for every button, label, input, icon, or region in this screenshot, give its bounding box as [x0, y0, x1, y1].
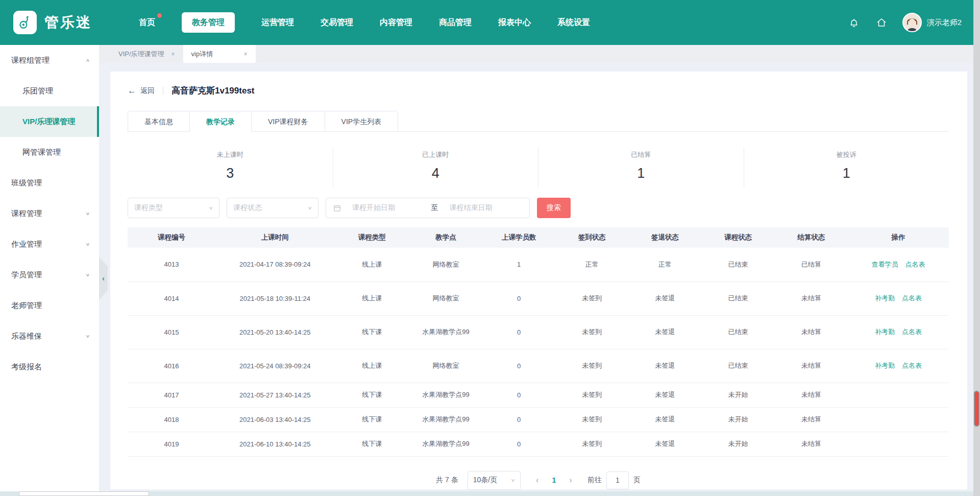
sidebar-item[interactable]: 考级报名 [0, 351, 99, 382]
user-menu[interactable]: 演示老师2 [902, 13, 962, 32]
course-type-placeholder: 课程类型 [134, 203, 163, 212]
table-cell: 线上课 [334, 248, 409, 281]
column-header: 教学点 [409, 227, 482, 248]
nav-item[interactable]: 系统设置 [557, 12, 590, 33]
sidebar-item[interactable]: 网管课管理 [0, 137, 99, 168]
stat-block: 被投诉1 [744, 147, 949, 187]
page-jump-input[interactable] [606, 471, 629, 489]
vertical-scrollbar-thumb[interactable] [974, 391, 979, 427]
stat-value: 4 [333, 166, 538, 181]
row-action-link[interactable]: 补考勤 [875, 362, 895, 369]
detail-tab[interactable]: 基本信息 [128, 111, 189, 132]
stat-value: 3 [128, 166, 333, 181]
table-cell: 水果湖教学点99 [409, 315, 482, 349]
course-type-select[interactable]: 课程类型 ∨ [128, 198, 219, 218]
page-size-select[interactable]: 10条/页 ∨ [468, 471, 521, 490]
sidebar-item[interactable]: 课程管理∨ [0, 198, 99, 229]
sidebar-item-label: 网管课管理 [22, 148, 61, 157]
sidebar-item[interactable]: VIP/乐理课管理 [0, 106, 99, 137]
table-row: 40142021-05-18 10:39-11:24线上课网络教室0未签到未签退… [128, 281, 949, 315]
stat-label: 已结算 [538, 150, 744, 159]
sidebar-item-label: 乐团管理 [22, 86, 53, 96]
table-cell: 未开始 [702, 407, 775, 432]
table-cell: 2021-06-03 13:40-14:25 [215, 407, 334, 432]
stat-value: 1 [744, 166, 949, 181]
calendar-icon [333, 204, 341, 212]
open-tab[interactable]: vip详情× [183, 45, 256, 63]
table-cell: 未结算 [775, 383, 848, 407]
jumper-suffix: 页 [633, 476, 641, 485]
prev-page-button[interactable]: ‹ [536, 475, 539, 485]
home-icon[interactable] [875, 16, 888, 29]
sidebar-item[interactable]: 乐团管理 [0, 76, 99, 106]
sidebar: 课程组管理∧乐团管理VIP/乐理课管理网管课管理班级管理课程管理∨作业管理∨学员… [0, 45, 99, 491]
nav-item[interactable]: 教务管理 [182, 12, 235, 33]
bell-icon[interactable] [847, 16, 861, 29]
row-actions-cell: 补考勤点名表 [848, 315, 949, 349]
brand-logo[interactable] [13, 11, 37, 34]
nav-item[interactable]: 商品管理 [439, 12, 472, 33]
detail-tab[interactable]: VIP课程财务 [251, 111, 325, 132]
sidebar-item[interactable]: 班级管理 [0, 168, 99, 198]
sidebar-item[interactable]: 乐器维保∨ [0, 321, 99, 351]
table-cell: 未签退 [628, 315, 701, 349]
sidebar-item[interactable]: 学员管理∨ [0, 259, 99, 290]
course-status-select[interactable]: 课程状态 ∨ [227, 198, 318, 218]
current-page[interactable]: 1 [552, 476, 556, 484]
row-actions-cell: 补考勤点名表 [848, 281, 949, 315]
search-button[interactable]: 搜索 [537, 198, 571, 218]
table-row: 40172021-05-27 13:40-14:25线下课水果湖教学点990未签… [128, 383, 949, 407]
vertical-scrollbar[interactable] [973, 0, 980, 496]
column-header: 上课学员数 [482, 227, 555, 248]
row-action-link[interactable]: 补考勤 [875, 294, 895, 302]
open-tab[interactable]: VIP/乐理课管理× [110, 45, 183, 63]
sidebar-item[interactable]: 老师管理 [0, 290, 99, 321]
back-button[interactable]: ← 返回 [128, 86, 155, 96]
row-action-link[interactable]: 查看学员 [872, 261, 898, 268]
open-tabs-strip: VIP/乐理课管理×vip详情× [99, 45, 973, 63]
table-cell: 未结算 [775, 315, 848, 349]
table-cell: 2021-05-27 13:40-14:25 [215, 383, 334, 407]
total-count: 共 7 条 [436, 476, 458, 485]
chevron-left-icon: ‹ [102, 274, 105, 282]
close-icon[interactable]: × [172, 51, 175, 58]
table-cell: 1 [482, 248, 555, 281]
row-action-link[interactable]: 补考勤 [875, 328, 895, 336]
close-icon[interactable]: × [244, 51, 248, 58]
table-cell: 未签到 [555, 349, 628, 383]
column-header: 操作 [848, 227, 949, 248]
sidebar-item[interactable]: 课程组管理∧ [0, 45, 99, 76]
row-actions-cell [848, 407, 949, 432]
table-cell: 线下课 [334, 315, 409, 349]
row-actions-cell: 查看学员点名表 [848, 248, 949, 281]
next-page-button[interactable]: › [569, 475, 572, 485]
sidebar-item[interactable]: 作业管理∨ [0, 229, 99, 259]
table-cell: 线下课 [334, 432, 409, 456]
table-cell: 水果湖教学点99 [409, 432, 482, 456]
content-background: ← 返回 高音萨克斯1v199test 基本信息教学记录VIP课程财务VIP学生… [99, 63, 973, 491]
table-cell: 未签退 [628, 349, 701, 383]
row-action-link[interactable]: 点名表 [902, 328, 922, 336]
row-action-link[interactable]: 点名表 [902, 294, 922, 302]
table-cell: 已结束 [702, 281, 775, 315]
detail-tab[interactable]: 教学记录 [189, 111, 251, 132]
date-range-picker[interactable]: 课程开始日期 至 课程结束日期 [326, 198, 530, 218]
horizontal-scrollbar[interactable] [0, 491, 973, 496]
horizontal-scrollbar-thumb[interactable] [19, 491, 149, 496]
table-cell: 已结束 [702, 349, 775, 383]
table-cell: 水果湖教学点99 [409, 407, 482, 432]
open-tab-label: VIP/乐理课管理 [118, 50, 164, 59]
nav-item[interactable]: 报表中心 [498, 12, 531, 33]
table-cell: 未签到 [555, 383, 628, 407]
detail-tab[interactable]: VIP学生列表 [325, 111, 398, 132]
table-cell: 未结算 [775, 349, 848, 383]
row-action-link[interactable]: 点名表 [905, 261, 925, 268]
nav-item[interactable]: 交易管理 [321, 12, 353, 33]
column-header: 课程状态 [702, 227, 775, 248]
user-name: 演示老师2 [927, 18, 962, 28]
nav-item[interactable]: 运营管理 [261, 12, 294, 33]
table-cell: 网络教室 [409, 281, 482, 315]
nav-item[interactable]: 内容管理 [380, 12, 412, 33]
row-action-link[interactable]: 点名表 [902, 362, 922, 369]
nav-item[interactable]: 首页 [139, 12, 155, 33]
